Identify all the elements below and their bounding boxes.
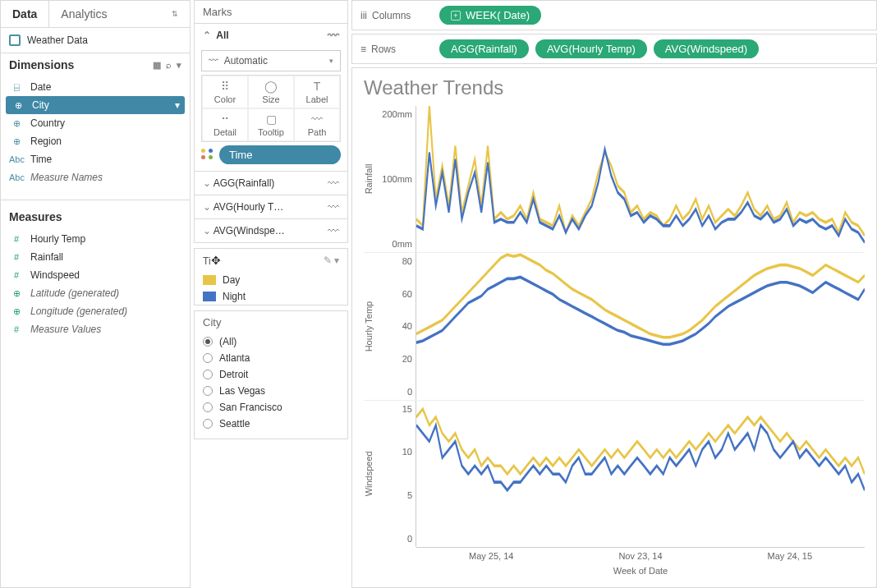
color-swatch (203, 275, 216, 285)
y-tick: 5 (407, 490, 412, 500)
measures-header: Measures (1, 205, 190, 228)
label-icon: T (298, 80, 336, 93)
marks-measure-row[interactable]: ⌄ AGG(Rainfall)〰 (195, 171, 347, 195)
line-icon: 〰 (328, 224, 339, 237)
chevron-down-icon: ⌄ (203, 177, 211, 189)
tab-data[interactable]: Data (1, 1, 49, 27)
dimensions-header: Dimensions ▦ ⌕ ▾ (1, 53, 190, 76)
columns-shelf[interactable]: iiiColumns +WEEK( Date) (351, 0, 877, 30)
filter-option[interactable]: Las Vegas (195, 383, 347, 399)
detail-card[interactable]: ⠒Detail (202, 108, 248, 141)
#-icon: # (9, 270, 24, 280)
y-axis-label: Hourly Temp (364, 253, 379, 399)
chart-panel: Hourly Temp 806040200 (364, 253, 865, 400)
globe-icon: ⊕ (9, 306, 24, 317)
menu-icon[interactable]: ▾ (177, 60, 181, 71)
#-icon: # (9, 324, 24, 334)
size-card[interactable]: ◯Size (248, 76, 294, 108)
tab-analytics[interactable]: Analytics⇅ (49, 1, 190, 27)
line-icon: 〰 (328, 200, 339, 214)
abc-icon: Abc (9, 172, 24, 182)
filter-option[interactable]: Seattle (195, 416, 347, 432)
size-icon: ◯ (252, 80, 290, 93)
column-pill[interactable]: +WEEK( Date) (439, 6, 541, 25)
marks-title: Marks (195, 1, 347, 23)
y-axis-label: Rainfall (364, 106, 379, 252)
mark-type-dropdown[interactable]: 〰 Automatic ▾ (201, 50, 341, 71)
marks-measure-row[interactable]: ⌄ AVG(Windspe…〰 (195, 218, 347, 242)
line-icon: 〰 (328, 177, 339, 190)
date-icon: ⌸ (9, 82, 24, 92)
tooltip-icon: ▢ (252, 113, 290, 126)
plot-area[interactable] (416, 106, 865, 252)
path-card[interactable]: 〰Path (294, 108, 340, 141)
move-cursor-icon: ✥ (211, 254, 221, 267)
chevron-down-icon: ⌄ (203, 225, 211, 237)
y-tick: 20 (402, 354, 412, 364)
y-tick: 60 (402, 289, 412, 299)
viz-title: Weather Trends (364, 76, 865, 99)
globe-icon: ⊕ (9, 288, 24, 299)
view-icon[interactable]: ▦ (153, 60, 161, 71)
marks-measure-row[interactable]: ⌄ AVG(Hourly T…〰 (195, 195, 347, 218)
search-icon[interactable]: ⌕ (166, 60, 172, 71)
line-icon: 〰 (328, 29, 339, 42)
y-tick: 10 (402, 447, 412, 457)
measure-field[interactable]: #Measure Values (1, 320, 190, 338)
y-tick: 100mm (382, 174, 412, 184)
updown-icon: ⇅ (172, 10, 178, 18)
time-pill[interactable]: Time (219, 145, 341, 164)
dimension-field[interactable]: AbcTime (1, 150, 190, 168)
path-icon: 〰 (298, 113, 336, 126)
row-pill[interactable]: AVG(Windspeed) (654, 39, 759, 58)
legend-item[interactable]: Day (195, 272, 347, 288)
dimension-field[interactable]: ⊕Country (1, 114, 190, 132)
radio-icon (203, 386, 213, 396)
measure-field[interactable]: #Hourly Temp (1, 230, 190, 248)
measure-field[interactable]: #Windspeed (1, 266, 190, 284)
tooltip-card[interactable]: ▢Tooltip (248, 108, 294, 141)
plus-icon: + (451, 11, 461, 21)
row-pill[interactable]: AVG(Hourly Temp) (535, 39, 647, 58)
measure-field[interactable]: ⊕Longitude (generated) (1, 302, 190, 320)
radio-icon (203, 337, 213, 347)
highlighter-icon[interactable]: ✎ ▾ (324, 255, 339, 266)
globe-icon: ⊕ (11, 100, 25, 111)
chevron-down-icon: ⌄ (203, 201, 211, 213)
radio-icon (203, 419, 213, 429)
y-tick: 0 (407, 534, 412, 544)
chart-panel: Windspeed 151050 (364, 401, 865, 547)
marks-all-row[interactable]: ⌃ All 〰 (195, 23, 347, 47)
datasource-icon (9, 34, 21, 46)
filter-option[interactable]: Detroit (195, 366, 347, 383)
color-card[interactable]: ⠿Color (202, 76, 248, 108)
x-tick: May 24, 15 (768, 551, 812, 561)
x-tick: May 25, 14 (469, 551, 513, 561)
measure-field[interactable]: #Rainfall (1, 248, 190, 266)
legend-item[interactable]: Night (195, 288, 347, 305)
label-card[interactable]: TLabel (294, 76, 340, 108)
columns-icon: iii (360, 10, 367, 21)
filter-title: City (195, 311, 347, 333)
rows-shelf[interactable]: ≡Rows AGG(Rainfall)AVG(Hourly Temp)AVG(W… (351, 34, 877, 64)
color-swatch (203, 292, 216, 301)
radio-icon (203, 402, 213, 412)
plot-area[interactable] (416, 401, 865, 547)
plot-area[interactable] (416, 253, 865, 399)
#-icon: # (9, 252, 24, 262)
y-tick: 40 (402, 321, 412, 331)
measure-field[interactable]: ⊕Latitude (generated) (1, 284, 190, 302)
dimension-field[interactable]: AbcMeasure Names (1, 168, 190, 186)
dimension-field[interactable]: ⌸Date (1, 78, 190, 96)
filter-option[interactable]: San Francisco (195, 399, 347, 416)
globe-icon: ⊕ (9, 118, 24, 129)
dimension-field[interactable]: ⊕City▾ (6, 96, 185, 114)
y-tick: 15 (402, 404, 412, 414)
x-axis-label: Week of Date (416, 564, 865, 579)
row-pill[interactable]: AGG(Rainfall) (439, 39, 529, 58)
y-tick: 80 (402, 256, 412, 266)
dimension-field[interactable]: ⊕Region (1, 132, 190, 150)
filter-option[interactable]: Atlanta (195, 350, 347, 366)
filter-option[interactable]: (All) (195, 333, 347, 350)
datasource-row[interactable]: Weather Data (1, 28, 190, 53)
